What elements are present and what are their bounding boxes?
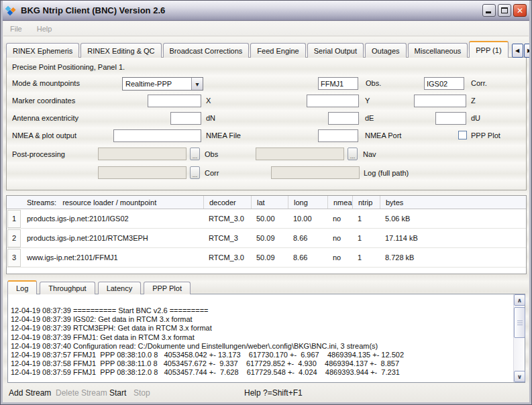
stream-lat: 50.00: [251, 215, 288, 223]
stream-nmea: no: [327, 253, 352, 262]
minimize-button[interactable]: [482, 4, 496, 17]
close-button[interactable]: ✕: [513, 4, 527, 17]
post-obs-browse-button[interactable]: ...: [190, 148, 200, 160]
stream-mountpoint: www.igs-ip.net:2101/FFMJ1: [21, 253, 203, 262]
stream-row-3[interactable]: 3 www.igs-ip.net:2101/FFMJ1 RTCM_3.0 50.…: [7, 248, 526, 268]
row-number: 3: [7, 249, 21, 267]
help-label: Help ?=Shift+F1: [244, 388, 303, 398]
log-text: 12-04-19 08:37:39 ========== Start BNC v…: [11, 306, 511, 381]
ppp-plot-label: PPP Plot: [471, 131, 500, 139]
header-ntrip[interactable]: ntrip: [352, 196, 380, 209]
stream-mountpoint: products.igs-ip.net:2101/IGS02: [21, 215, 203, 223]
header-long[interactable]: long: [288, 196, 327, 209]
log-scrollbar[interactable]: ∧ ∨: [513, 294, 525, 382]
tab-feed-engine[interactable]: Feed Engine: [250, 43, 305, 58]
tab-throughput[interactable]: Throughput: [40, 282, 95, 294]
delete-stream-button[interactable]: Delete Stream: [56, 388, 107, 398]
streams-table-header: Streams: resource loader / mountpoint de…: [7, 196, 526, 209]
add-stream-button[interactable]: Add Stream: [9, 388, 51, 398]
log-line: 12-04-19 08:37:39 ========== Start BNC v…: [11, 306, 511, 315]
stream-long: 10.00: [288, 215, 327, 223]
streams-table: Streams: resource loader / mountpoint de…: [6, 195, 527, 274]
maximize-button[interactable]: [498, 4, 511, 17]
header-nmea[interactable]: nmea: [327, 196, 352, 209]
tab-latency[interactable]: Latency: [98, 282, 142, 294]
tab-rinex-ephemeris[interactable]: RINEX Ephemeris: [6, 43, 79, 58]
header-corner: [7, 196, 21, 209]
post-obs-label: Obs: [205, 150, 218, 158]
nmea-port-input[interactable]: [318, 129, 358, 142]
window-title: BKG Ntrip Client (BNC) Version 2.6: [21, 5, 165, 15]
antenna-dn-input[interactable]: [170, 112, 201, 125]
log-line: 12-04-19 08:37:40 Configuration read: C:…: [11, 342, 511, 351]
menubar: File Help: [3, 21, 529, 36]
post-log-input: [271, 166, 360, 179]
ppp-plot-checkbox[interactable]: [458, 131, 467, 139]
tab-serial-output[interactable]: Serial Output: [307, 43, 364, 58]
post-nav-browse-button[interactable]: ...: [348, 148, 358, 160]
post-obs-input: [98, 148, 187, 160]
obs-mountpoint-input[interactable]: [318, 77, 358, 90]
tab-scroll-right-icon[interactable]: ▶: [524, 44, 532, 58]
main-tabbar: RINEX Ephemeris RINEX Editing & QC Broad…: [6, 41, 532, 58]
scroll-down-icon[interactable]: ∨: [514, 371, 525, 382]
log-line: 12-04-19 08:37:59 FFMJ1 PPP 08:38:12.0 8…: [11, 368, 511, 377]
post-nav-label: Nav: [363, 150, 376, 158]
tab-ppp-1[interactable]: PPP (1): [469, 41, 508, 58]
stream-ntrip: 1: [352, 253, 380, 262]
post-nav-input: [256, 148, 344, 160]
log-line: 12-04-19 08:37:39 FFMJ1: Get data in RTC…: [11, 333, 511, 342]
stream-row-1[interactable]: 1 products.igs-ip.net:2101/IGS02 RTCM_3.…: [7, 209, 526, 229]
antenna-du-input[interactable]: [435, 112, 466, 125]
row-number: 2: [7, 229, 21, 247]
mode-combobox[interactable]: Realtime-PPP ▾: [122, 77, 203, 91]
log-line: 12-04-19 08:37:58 FFMJ1 PPP 08:38:11.0 8…: [11, 359, 511, 368]
maximize-icon: [501, 7, 508, 13]
scroll-up-icon[interactable]: ∧: [514, 294, 525, 306]
marker-y-input[interactable]: [307, 95, 359, 107]
marker-z-input[interactable]: [414, 95, 466, 107]
mode-mountpoints-label: Mode & mountpoints: [12, 79, 80, 87]
tab-outages[interactable]: Outages: [365, 43, 407, 58]
antenna-excentricity-label: Antenna excentricity: [12, 114, 78, 122]
titlebar[interactable]: BKG Ntrip Client (BNC) Version 2.6 ✕: [1, 1, 531, 21]
post-corr-label: Corr: [205, 169, 219, 177]
stream-mountpoint: products.igs-ip.net:2101/RTCM3EPH: [21, 234, 203, 242]
scrollbar-thumb[interactable]: [514, 307, 525, 338]
header-lat[interactable]: lat: [251, 196, 288, 209]
log-tabbar: Log Throughput Latency PPP Plot: [7, 280, 193, 294]
header-mountpoint[interactable]: Streams: resource loader / mountpoint: [21, 196, 203, 209]
stop-button[interactable]: Stop: [134, 388, 150, 398]
post-corr-browse-button[interactable]: ...: [190, 166, 200, 179]
marker-x-input[interactable]: [148, 95, 201, 107]
antenna-de-input[interactable]: [328, 112, 359, 125]
nmea-file-input[interactable]: [113, 129, 201, 142]
post-corr-input: [98, 166, 187, 179]
menu-file[interactable]: File: [10, 25, 22, 33]
tab-miscellaneous[interactable]: Miscellaneous: [408, 43, 468, 58]
marker-x-label: X: [206, 97, 211, 105]
stream-long: 8.66: [288, 253, 327, 262]
stream-row-2[interactable]: 2 products.igs-ip.net:2101/RTCM3EPH RTCM…: [7, 229, 526, 248]
antenna-de-label: dE: [365, 114, 374, 122]
header-bytes[interactable]: bytes: [380, 196, 526, 209]
chevron-down-icon[interactable]: ▾: [191, 78, 203, 90]
panel-caption: Precise Point Positioning, Panel 1.: [12, 63, 125, 71]
tab-broadcast-corrections[interactable]: Broadcast Corrections: [163, 43, 250, 58]
post-processing-label: Post-processing: [12, 150, 65, 158]
menu-help[interactable]: Help: [37, 25, 52, 33]
tab-log[interactable]: Log: [7, 280, 37, 294]
tab-rinex-editing-qc[interactable]: RINEX Editing & QC: [81, 43, 161, 58]
stream-ntrip: 1: [352, 234, 380, 242]
tab-scroll-left-icon[interactable]: ◀: [512, 44, 523, 58]
bnc-window: BKG Ntrip Client (BNC) Version 2.6 ✕ Fil…: [0, 0, 532, 405]
row-number: 1: [7, 210, 21, 228]
start-button[interactable]: Start: [109, 388, 126, 398]
log-output: 12-04-19 08:37:39 ========== Start BNC v…: [7, 294, 525, 383]
marker-y-label: Y: [365, 97, 370, 105]
header-decoder[interactable]: decoder: [203, 196, 251, 209]
stream-decoder: RTCM_3: [203, 234, 251, 242]
action-bar: Add Stream Delete Stream Start Stop Help…: [3, 384, 529, 402]
corr-mountpoint-input[interactable]: [424, 77, 464, 90]
tab-ppp-plot[interactable]: PPP Plot: [144, 282, 191, 294]
